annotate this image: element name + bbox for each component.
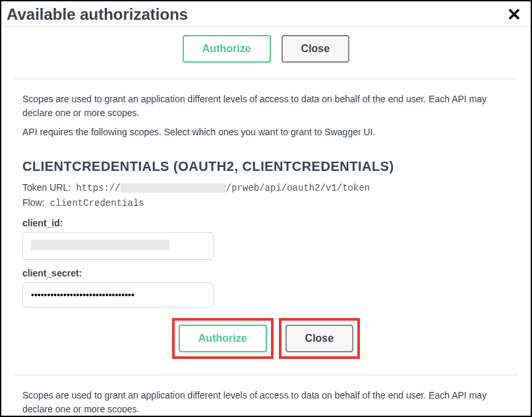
client-id-group: client_id: xyxy=(1,212,531,263)
token-url-suffix: /prweb/api/oauth2/v1/token xyxy=(226,183,370,193)
modal-header: Available authorizations ✕ xyxy=(1,1,531,27)
flow-label: Flow: xyxy=(22,197,44,208)
auth-section-title: CLIENTCREDENTIALS (OAUTH2, CLIENTCREDENT… xyxy=(1,148,531,182)
scopes-description-2: Scopes are used to grant an application … xyxy=(1,375,531,412)
token-url-line: Token URL: https:///prweb/api/oauth2/v1/… xyxy=(22,182,510,193)
bottom-button-row: Authorize Close xyxy=(1,310,531,375)
authorize-button-top[interactable]: Authorize xyxy=(183,35,271,63)
modal-body[interactable]: Authorize Close Scopes are used to grant… xyxy=(1,27,531,412)
authorize-highlight: Authorize xyxy=(172,318,274,359)
token-url-prefix: https:// xyxy=(76,183,121,193)
client-id-field[interactable] xyxy=(22,232,214,260)
auth-details: Token URL: https:///prweb/api/oauth2/v1/… xyxy=(1,182,531,208)
close-button-top[interactable]: Close xyxy=(281,35,350,63)
scopes-text-2: API requires the following scopes. Selec… xyxy=(22,125,510,139)
client-id-redacted xyxy=(31,240,169,250)
flow-value: clientCredentials xyxy=(50,198,144,208)
client-secret-label: client_secret: xyxy=(22,268,510,278)
close-highlight: Close xyxy=(279,318,361,359)
client-secret-group: client_secret: xyxy=(1,263,531,310)
close-icon[interactable]: ✕ xyxy=(507,6,521,23)
token-url-redacted xyxy=(121,183,226,193)
client-id-label: client_id: xyxy=(22,218,510,228)
authorize-button[interactable]: Authorize xyxy=(179,325,267,352)
flow-line: Flow: clientCredentials xyxy=(22,197,510,208)
top-button-row: Authorize Close xyxy=(1,27,531,79)
client-secret-field[interactable] xyxy=(22,282,214,307)
token-url-label: Token URL: xyxy=(22,182,71,193)
scopes-text-1: Scopes are used to grant an application … xyxy=(22,92,510,120)
modal-title: Available authorizations xyxy=(7,5,188,24)
scopes2-text-1: Scopes are used to grant an application … xyxy=(22,389,510,412)
scopes-description: Scopes are used to grant an application … xyxy=(1,79,531,148)
close-button[interactable]: Close xyxy=(285,325,354,352)
